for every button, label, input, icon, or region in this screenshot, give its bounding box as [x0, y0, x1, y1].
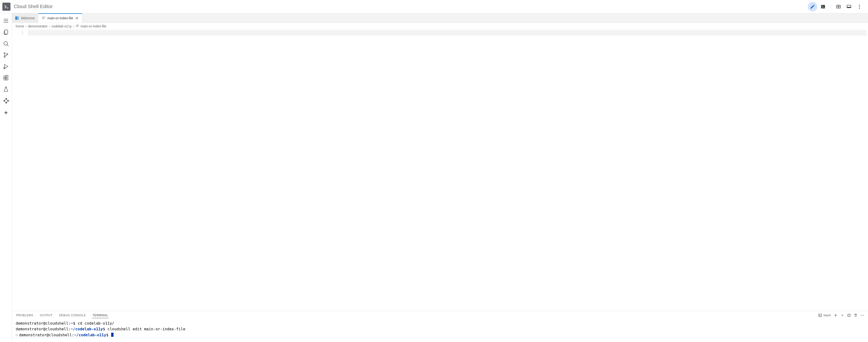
- play-bug-icon: [3, 63, 9, 69]
- svg-point-8: [859, 8, 860, 8]
- close-icon: [75, 16, 79, 20]
- open-terminal-button[interactable]: [818, 2, 828, 11]
- tab-label: main-or-index-file: [48, 16, 73, 20]
- svg-rect-14: [4, 76, 6, 78]
- extensions-icon: [3, 75, 9, 81]
- source-control-button[interactable]: [0, 50, 12, 60]
- workbench: Welcome main-or-index-file home › demons…: [0, 13, 868, 342]
- terminal-line: demonstrator@cloudshell:~/codelab-o11y$ …: [16, 326, 864, 332]
- crumb-home[interactable]: home: [16, 24, 24, 28]
- terminal-line: demonstrator@cloudshell:~$ cd codelab-o1…: [16, 320, 864, 326]
- panel-tab-output[interactable]: OUTPUT: [39, 311, 53, 320]
- close-tab-button[interactable]: [75, 16, 79, 20]
- menu-icon: [3, 18, 9, 24]
- cloud-code-button[interactable]: [0, 95, 12, 106]
- terminal-line: demonstrator@cloudshell:~/codelab-o11y$: [16, 332, 864, 338]
- trash-icon: [854, 313, 858, 317]
- split-panel-icon: [847, 313, 851, 317]
- svg-rect-20: [7, 99, 9, 102]
- bottom-panel: PROBLEMS OUTPUT DEBUG CONSOLE TERMINAL b…: [12, 311, 868, 342]
- run-debug-button[interactable]: [0, 61, 12, 72]
- web-preview-button[interactable]: [834, 2, 843, 11]
- panel-tabs: PROBLEMS OUTPUT DEBUG CONSOLE TERMINAL b…: [12, 311, 868, 320]
- editor-column: Welcome main-or-index-file home › demons…: [12, 13, 868, 342]
- tab-label: Welcome: [21, 16, 35, 20]
- eye-in-box-icon: [836, 4, 841, 9]
- svg-point-27: [861, 315, 862, 316]
- svg-point-3: [838, 6, 839, 7]
- svg-point-29: [863, 315, 864, 316]
- tab-main-file[interactable]: main-or-index-file: [38, 13, 82, 23]
- svg-point-7: [859, 6, 860, 7]
- ai-assist-button[interactable]: [0, 108, 12, 119]
- crumb-file[interactable]: main-or-index-file: [81, 24, 106, 28]
- brand: Cloud Shell Editor: [2, 3, 53, 11]
- svg-rect-22: [16, 17, 17, 20]
- panel-more-button[interactable]: [860, 313, 864, 317]
- svg-rect-23: [17, 17, 19, 18]
- code-area[interactable]: [26, 30, 868, 311]
- svg-rect-18: [5, 98, 7, 100]
- terminal-shell-selector[interactable]: bash: [818, 313, 831, 317]
- terminal-content[interactable]: demonstrator@cloudshell:~$ cd codelab-o1…: [12, 320, 868, 342]
- search-button[interactable]: [0, 38, 12, 49]
- svg-rect-24: [17, 18, 19, 20]
- hamburger-menu-button[interactable]: [0, 15, 12, 26]
- chevron-down-icon: [840, 313, 844, 317]
- session-button[interactable]: [844, 2, 854, 11]
- terminal-dropdown-button[interactable]: [840, 313, 844, 317]
- svg-rect-5: [847, 7, 851, 8]
- cloudshell-topbar: Cloud Shell Editor: [0, 0, 868, 13]
- kill-terminal-button[interactable]: [854, 313, 858, 317]
- crumb-folder[interactable]: codelab-o11y: [52, 24, 72, 28]
- separator: [831, 4, 831, 9]
- chevron-right-icon: ›: [73, 24, 74, 28]
- explorer-button[interactable]: [0, 27, 12, 38]
- testing-button[interactable]: [0, 84, 12, 95]
- plus-icon: [834, 313, 838, 317]
- code-editor[interactable]: 1: [12, 30, 868, 311]
- branch-icon: [3, 52, 9, 58]
- code-line[interactable]: [28, 30, 866, 35]
- more-menu-button[interactable]: [855, 2, 864, 11]
- extensions-button[interactable]: [0, 73, 12, 83]
- svg-point-6: [859, 4, 860, 5]
- terminal-small-icon: [818, 313, 822, 317]
- svg-point-12: [6, 53, 8, 55]
- chevron-right-icon: ›: [49, 24, 50, 28]
- svg-rect-1: [821, 5, 825, 8]
- activity-bar: [0, 13, 12, 342]
- crumb-user[interactable]: demonstrator: [28, 24, 48, 28]
- open-editor-button[interactable]: [808, 2, 817, 11]
- editor-tabs: Welcome main-or-index-file: [12, 13, 868, 23]
- diamond-grid-icon: [3, 98, 9, 104]
- topbar-actions: [808, 2, 864, 11]
- shell-name: bash: [824, 313, 831, 317]
- svg-rect-19: [3, 99, 5, 102]
- circle-marker-icon: [16, 334, 18, 336]
- screen-icon: [846, 4, 851, 9]
- tab-welcome[interactable]: Welcome: [12, 13, 38, 23]
- svg-point-11: [4, 56, 5, 57]
- new-terminal-button[interactable]: [834, 313, 838, 317]
- file-lines-icon: [42, 16, 45, 20]
- svg-rect-15: [4, 78, 6, 80]
- svg-rect-25: [819, 314, 822, 316]
- welcome-tab-icon: [15, 16, 19, 20]
- pencil-icon: [810, 4, 815, 9]
- files-icon: [3, 29, 9, 35]
- svg-rect-16: [6, 78, 8, 80]
- panel-tab-problems[interactable]: PROBLEMS: [16, 311, 34, 320]
- panel-tab-debug-console[interactable]: DEBUG CONSOLE: [59, 311, 86, 320]
- search-icon: [3, 40, 9, 47]
- panel-tab-terminal[interactable]: TERMINAL: [92, 311, 108, 320]
- svg-point-28: [862, 315, 863, 316]
- cloud-shell-logo-icon: [2, 3, 10, 11]
- line-number: 1: [12, 30, 23, 34]
- split-terminal-button[interactable]: [847, 313, 851, 317]
- svg-point-10: [4, 53, 5, 54]
- line-number-gutter: 1: [12, 30, 26, 311]
- panel-actions: bash: [818, 313, 864, 317]
- terminal-cursor: [111, 333, 114, 337]
- svg-rect-21: [5, 102, 7, 104]
